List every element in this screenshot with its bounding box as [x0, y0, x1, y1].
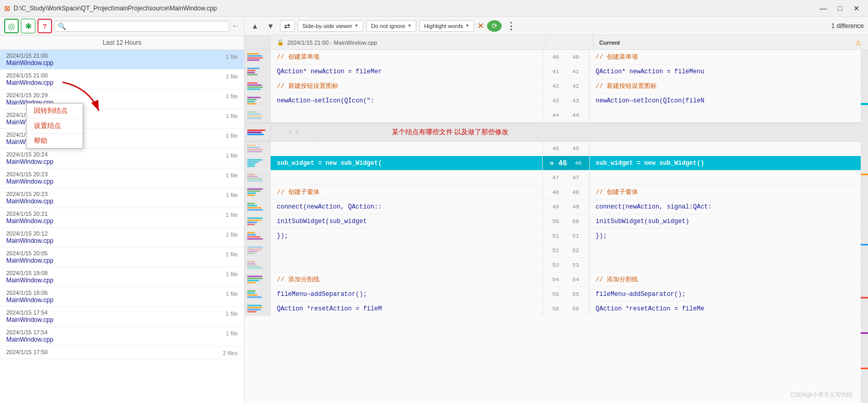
- search-icon: 🔍: [58, 22, 66, 30]
- nav-up-button[interactable]: ▲: [249, 20, 261, 32]
- file-name: MainWindow.cpp: [6, 79, 54, 86]
- file-name: MainWindow.cpp: [6, 138, 54, 146]
- line-nums-cell: 5454: [543, 272, 590, 287]
- sync-button[interactable]: ⇄: [280, 20, 295, 32]
- file-list-item[interactable]: 2024/1/15 20:24 MainWindow.cpp 1 file: [0, 149, 244, 168]
- minimap-cell: [245, 156, 271, 170]
- file-name: MainWindow.cpp: [6, 178, 54, 185]
- right-minimap-scrollbar[interactable]: [861, 50, 868, 403]
- diff-code-row: 4444: [245, 108, 861, 123]
- file-date: 2024/1/15 20:24: [6, 151, 54, 158]
- minimap-cell: [245, 79, 271, 93]
- diff-main-area: // 创建菜单项4040// 创建菜单项QAction* newAction =…: [245, 50, 868, 403]
- minimap-cell: [245, 272, 271, 287]
- minimap-cell: [245, 287, 271, 301]
- file-date: 2024/1/15 18:06: [6, 290, 54, 296]
- file-list-item[interactable]: 2024/1/15 20:28 MainWindow.cpp 1 file: [0, 129, 244, 149]
- minimap-header: [245, 35, 271, 49]
- file-list-item[interactable]: 2024/1/15 20:23 MainWindow.cpp 1 file: [0, 168, 244, 188]
- viewer-dropdown-arrow: ▼: [354, 23, 359, 28]
- line-nums-cell: 4444: [543, 108, 590, 122]
- ignore-dropdown[interactable]: Do not ignore ▼: [366, 20, 416, 32]
- diff-code-row: QAction* newAction = fileMer4141QAction*…: [245, 64, 861, 79]
- line-nums-cell: » 4646: [543, 156, 590, 170]
- file-list-item[interactable]: 2024/1/15 20:21 MainWindow.cpp 1 file: [0, 208, 244, 228]
- line-nums-cell: 4141: [543, 64, 590, 79]
- left-code-cell: // 创建菜单项: [271, 50, 543, 64]
- minimap-cell: [245, 200, 271, 214]
- file-name: MainWindow.cpp: [6, 257, 54, 264]
- close-button[interactable]: ✕: [849, 3, 864, 14]
- diff-header-right: Current ⚠: [593, 38, 869, 47]
- lock-icon: 🔒: [277, 39, 284, 46]
- file-date: 2024/1/15 20:23: [6, 191, 54, 197]
- file-list-item[interactable]: 2024/1/15 20:05 MainWindow.cpp 1 file: [0, 248, 244, 267]
- line-nums-cell: 5353: [543, 258, 590, 272]
- file-count: 1 file: [226, 172, 238, 178]
- file-name: MainWindow.cpp: [6, 119, 54, 126]
- file-date: 2024/1/15 20:28: [6, 132, 54, 138]
- file-list-item[interactable]: 2024/1/15 20:29 MainWindow.cpp 1 file: [0, 89, 244, 109]
- file-list-item[interactable]: 2024/1/15 20:29 MainWindow.cpp 1 file: [0, 109, 244, 129]
- file-count: 1 file: [226, 330, 238, 336]
- highlight-dropdown[interactable]: Highlight words ▼: [419, 20, 474, 32]
- file-list-item[interactable]: 2024/1/15 21:00 MainWindow.cpp 1 file: [0, 50, 244, 70]
- file-list-item[interactable]: 2024/1/15 19:08 MainWindow.cpp 1 file: [0, 267, 244, 287]
- line-nums-cell: 5555: [543, 287, 590, 301]
- file-list-item[interactable]: 2024/1/15 18:06 MainWindow.cpp 1 file: [0, 287, 244, 307]
- left-file-title: 2024/1/15 21:00 - MainWindow.cpp: [287, 40, 377, 46]
- file-count: 1 file: [226, 113, 238, 119]
- search-input[interactable]: [68, 22, 226, 30]
- file-date: 2024/1/15 20:29: [6, 112, 54, 118]
- back-button[interactable]: ←: [232, 21, 240, 31]
- file-list-item[interactable]: 2024/1/15 20:12 MainWindow.cpp 1 file: [0, 228, 244, 248]
- left-code-cell: [271, 108, 543, 122]
- left-code-cell: [271, 141, 543, 155]
- circle-icon-button[interactable]: ◎: [4, 19, 19, 33]
- viewer-dropdown[interactable]: Side-by-side viewer ▼: [298, 20, 363, 32]
- file-list-item[interactable]: 2024/1/15 17:50 2 files: [0, 346, 244, 359]
- file-count: 1 file: [226, 291, 238, 297]
- right-code-cell: // 新建按钮设置图标: [590, 79, 861, 93]
- file-name: MainWindow.cpp: [6, 316, 54, 323]
- diff-code-row: 5353: [245, 258, 861, 272]
- file-date: 2024/1/15 21:00: [6, 53, 54, 59]
- asterisk-icon-button[interactable]: ✱: [21, 19, 35, 33]
- file-count: 1 file: [226, 152, 238, 159]
- maximize-button[interactable]: □: [833, 3, 847, 14]
- left-code-cell: fileMenu→addSeparator();: [271, 287, 543, 301]
- diff-rows[interactable]: // 创建菜单项4040// 创建菜单项QAction* newAction =…: [245, 50, 861, 403]
- right-code-cell: [590, 243, 861, 257]
- file-list-item[interactable]: 2024/1/15 20:23 MainWindow.cpp 1 file: [0, 188, 244, 208]
- left-code-cell: // 创建子窗体: [271, 185, 543, 199]
- minimap-cell: [245, 141, 271, 155]
- minimize-button[interactable]: —: [816, 3, 831, 14]
- diff-code-row: fileMenu→addSeparator();5555fileMenu→add…: [245, 287, 861, 302]
- file-list-item[interactable]: 2024/1/15 17:54 MainWindow.cpp 1 file: [0, 327, 244, 346]
- right-code-cell: connect(newAction, signal:QAct:: [590, 200, 861, 214]
- diff-code-row: // 创建子窗体4848// 创建子窗体: [245, 185, 861, 200]
- line-nums-cell: 4949: [543, 200, 590, 214]
- help-icon-button[interactable]: ?: [37, 19, 52, 33]
- nav-down-button[interactable]: ▼: [264, 20, 277, 32]
- line-nums: = =: [271, 123, 317, 141]
- right-code-cell: fileMenu→addSeparator();: [590, 287, 861, 301]
- right-code-cell: [590, 258, 861, 272]
- more-button[interactable]: ⋮: [505, 20, 517, 32]
- line-nums-cell: 4545: [543, 141, 590, 155]
- close-diff-button[interactable]: ✕: [477, 21, 484, 31]
- line-nums-cell: 4040: [543, 50, 590, 64]
- file-list-item[interactable]: 2024/1/15 21:00 MainWindow.cpp 1 file: [0, 70, 244, 89]
- file-count: 1 file: [226, 310, 238, 317]
- file-date: 2024/1/15 20:12: [6, 230, 54, 237]
- file-count: 1 file: [226, 93, 238, 99]
- diff-code-row: QAction *resetAction = fileM5656QAction …: [245, 302, 861, 316]
- diff-code-row: connect(newAction, QAction::4949connect(…: [245, 200, 861, 214]
- file-name: MainWindow.cpp: [6, 237, 54, 244]
- sync2-button[interactable]: ⟳: [487, 20, 502, 32]
- section-header: Last 12 Hours: [0, 36, 244, 50]
- diff-code-row: 5252: [245, 243, 861, 258]
- separator-text: 某个结点有哪些文件 以及做了那些修改: [317, 123, 583, 141]
- line-nums-cell: 4848: [543, 185, 590, 199]
- file-list-item[interactable]: 2024/1/15 17:54 MainWindow.cpp 1 file: [0, 307, 244, 327]
